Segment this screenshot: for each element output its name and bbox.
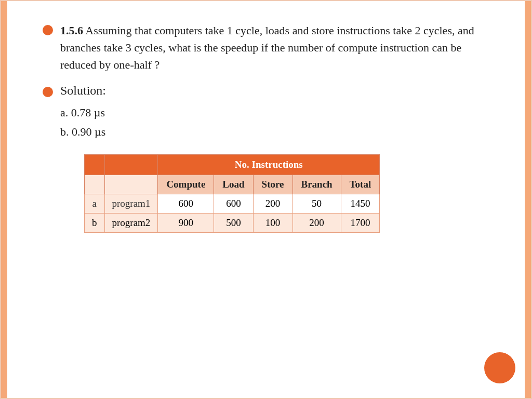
table-row: a program1 600 600 200 50 1450 [85,194,380,213]
row-b-total: 1700 [341,213,380,232]
solution-label: Solution: [60,84,106,98]
col-header-total: Total [341,175,380,194]
row-a-program: program1 [104,194,158,213]
col-header-empty-1 [85,175,105,194]
empty-header-1 [85,154,105,175]
question-block: 1.5.6 Assuming that computers take 1 cyc… [43,22,500,73]
bullet-icon [43,25,53,35]
row-a-load: 600 [214,194,253,213]
no-instructions-header: No. Instructions [158,154,380,175]
row-b-load: 500 [214,213,253,232]
question-text: 1.5.6 Assuming that computers take 1 cyc… [60,22,500,73]
answer-a: a. 0.78 µs [60,103,500,122]
row-b-branch: 200 [292,213,341,232]
data-table: No. Instructions Compute Load Store Bran… [84,154,380,233]
orange-circle-decoration [484,352,515,383]
left-decorative-bar [1,1,7,398]
col-header-store: Store [253,175,292,194]
table-wrapper: No. Instructions Compute Load Store Bran… [84,154,500,233]
col-header-branch: Branch [292,175,341,194]
sub-answers: a. 0.78 µs b. 0.90 µs [60,103,500,142]
solution-block: Solution: [43,84,500,98]
question-number: 1.5.6 [60,24,83,37]
row-a-branch: 50 [292,194,341,213]
col-header-empty-2 [104,175,158,194]
row-b-store: 100 [253,213,292,232]
answer-b: b. 0.90 µs [60,122,500,141]
main-content: 1.5.6 Assuming that computers take 1 cyc… [32,22,500,233]
table-row: b program2 900 500 100 200 1700 [85,213,380,232]
col-header-compute: Compute [158,175,214,194]
slide-container: 1.5.6 Assuming that computers take 1 cyc… [0,0,532,399]
right-decorative-bar [525,1,531,398]
row-a-compute: 600 [158,194,214,213]
solution-bullet-icon [43,87,53,97]
empty-header-2 [104,154,158,175]
row-b-label: b [85,213,105,232]
row-a-total: 1450 [341,194,380,213]
row-a-label: a [85,194,105,213]
row-b-program: program2 [104,213,158,232]
row-a-store: 200 [253,194,292,213]
col-header-load: Load [214,175,253,194]
row-b-compute: 900 [158,213,214,232]
